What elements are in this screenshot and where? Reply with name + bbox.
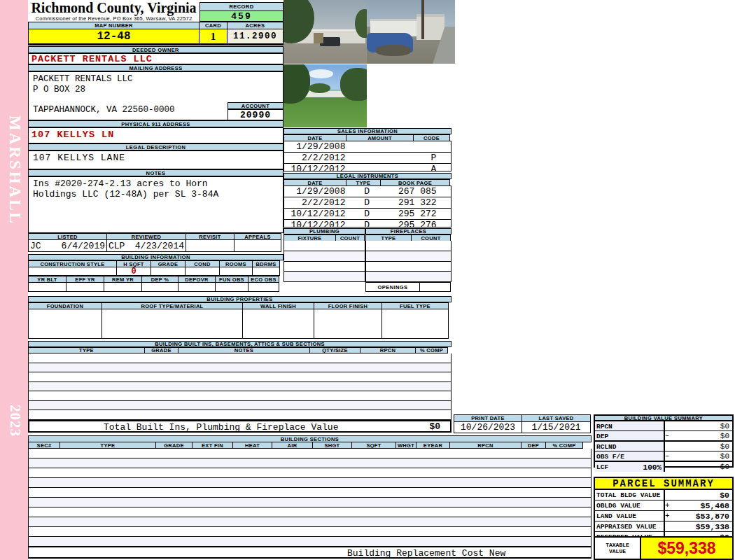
sidebar-agency-label: MARSHALL bbox=[6, 115, 24, 238]
sidebar-year-strip: MARSHALL 2023 bbox=[0, 0, 28, 560]
empty-row bbox=[29, 458, 591, 468]
print-saved-values: 10/26/2023 1/15/2021 bbox=[454, 421, 592, 433]
notes-block: Ins #2020-274-2.13 acres to Horn Holding… bbox=[28, 176, 284, 233]
bs-rpcn-header: RPCN bbox=[449, 442, 522, 449]
listed-by: JC bbox=[30, 241, 41, 251]
hsqft-value: 0 bbox=[116, 267, 151, 276]
yr-blt-value bbox=[28, 282, 66, 292]
table-row: 1/29/2008 bbox=[284, 141, 451, 153]
property-photo-side bbox=[367, 0, 455, 64]
bdrms-value bbox=[252, 267, 280, 276]
listed-date: 6/4/2019 bbox=[62, 241, 105, 251]
building-properties-header: BUILDING PROPERTIES bbox=[28, 296, 451, 302]
bs-shgt-header: SHGT bbox=[312, 442, 352, 449]
depovr-value bbox=[178, 282, 216, 292]
ps-label: TOTAL BLDG VALUE bbox=[595, 490, 665, 500]
ps-sign bbox=[665, 522, 674, 531]
taxable-value-amount: $59,338 bbox=[641, 538, 732, 559]
cond-value bbox=[185, 267, 220, 276]
instrument-type: D bbox=[349, 197, 384, 208]
built-ins-total-label: Total Built Ins, Plumbing & Fireplace Va… bbox=[104, 422, 338, 433]
legal-description-value: 107 KELLYS LANE bbox=[28, 150, 284, 169]
empty-row bbox=[366, 262, 451, 272]
sidebar-year-label: 2023 bbox=[6, 405, 24, 450]
bs-heat-header: HEAT bbox=[232, 442, 272, 449]
sale-date: 1/29/2008 bbox=[284, 141, 349, 152]
building-properties-values bbox=[28, 309, 451, 339]
photo2-utility-pole bbox=[421, 0, 424, 39]
vs-label: RPCN bbox=[595, 421, 665, 430]
print-date-value: 10/26/2023 bbox=[454, 421, 522, 433]
legal-instruments-header: LEGAL INSTRUMENTS bbox=[284, 173, 451, 179]
sale-code: P bbox=[416, 153, 451, 163]
table-row: 1/29/2008 D 267 085 bbox=[284, 186, 451, 197]
ps-value: $53,870 bbox=[674, 511, 732, 521]
table-row: APPRAISED VALUE $59,338 bbox=[595, 522, 732, 532]
building-value-summary-rows: RPCN $0 DEP – $0 RCLND $0 OBS F/E – $0 L… bbox=[594, 421, 734, 468]
ps-sign bbox=[665, 490, 674, 500]
bs-whgt-header: WHGT bbox=[396, 442, 416, 449]
ps-label: LAND VALUE bbox=[595, 511, 665, 521]
ps-value: $5,468 bbox=[674, 500, 732, 510]
vs-sign bbox=[665, 442, 675, 451]
rooms-value bbox=[219, 267, 253, 276]
ps-sign: + bbox=[665, 511, 674, 521]
vs-label: OBS F/E bbox=[595, 451, 665, 461]
building-value-summary-header: BUILDING VALUE SUMMARY bbox=[594, 414, 734, 421]
built-ins-col-headers: TYPE GRADE NOTES QTY/SIZE RPCN % COMP bbox=[28, 347, 451, 354]
building-sections-empty-rows bbox=[28, 449, 592, 547]
parcel-summary-rows: TOTAL BLDG VALUE $0 OBLDG VALUE + $5,468… bbox=[594, 490, 734, 538]
instrument-date: 1/29/2008 bbox=[284, 186, 349, 197]
ps-label: OBLDG VALUE bbox=[595, 500, 665, 510]
account-header: ACCOUNT bbox=[227, 102, 284, 109]
mailing-address-header: MAILING ADDRESS bbox=[28, 64, 284, 71]
built-ins-notes-header: NOTES bbox=[178, 347, 310, 354]
openings-label: OPENINGS bbox=[365, 282, 420, 292]
property-photo-front bbox=[284, 0, 367, 64]
empty-row bbox=[29, 468, 591, 478]
sec-header: SEC# bbox=[28, 442, 60, 449]
fireplaces-header: FIREPLACES bbox=[365, 228, 451, 234]
sale-code bbox=[416, 141, 451, 152]
sales-rows: 1/29/2008 2/2/2012 P 10/12/2012 A bbox=[284, 141, 451, 172]
floor-finish-value bbox=[314, 309, 382, 339]
property-record-card: MARSHALL 2023 Richmond County, Virginia … bbox=[0, 0, 735, 560]
sale-date: 2/2/2012 bbox=[284, 153, 349, 163]
empty-row bbox=[29, 478, 591, 488]
vs-value: $0 bbox=[675, 442, 732, 451]
reviewed-date: 4/23/2014 bbox=[135, 241, 184, 251]
bs-sqft-header: SQFT bbox=[351, 442, 396, 449]
built-ins-grade-header: GRADE bbox=[144, 347, 178, 354]
building-info-row1-values: 0 bbox=[28, 267, 284, 276]
county-title: Richmond County, Virginia bbox=[28, 1, 200, 15]
listed-value: JC 6/4/2019 bbox=[28, 239, 107, 252]
mailing-line-3: TAPPAHANNOCK, VA 22560-0000 bbox=[33, 105, 175, 115]
vs-value: $0 bbox=[675, 451, 732, 461]
bs-eyear-header: EYEAR bbox=[416, 442, 450, 449]
eco-obs-value bbox=[248, 282, 279, 292]
built-ins-type-header: TYPE bbox=[28, 347, 145, 354]
built-ins-qty-header: QTY/SIZE bbox=[309, 347, 360, 354]
bs-comp-header: % COMP bbox=[545, 442, 583, 449]
commissioner-line: Commissioner of the Revenue, PO Box 365,… bbox=[28, 15, 200, 22]
openings-row: OPENINGS bbox=[365, 282, 451, 292]
vs-label: LCF100% bbox=[595, 462, 665, 472]
instrument-date: 10/12/2012 bbox=[284, 209, 349, 219]
empty-row bbox=[29, 488, 591, 498]
bs-extfin-header: EXT FIN bbox=[192, 442, 233, 449]
instrument-type: D bbox=[349, 186, 384, 197]
fireplaces-empty-rows bbox=[365, 241, 451, 282]
bs-air-header: AIR bbox=[272, 442, 313, 449]
empty-row bbox=[284, 272, 365, 281]
fun-obs-value bbox=[215, 282, 248, 292]
taxable-value-label: TAXABLE VALUE bbox=[595, 538, 641, 559]
last-saved-value: 1/15/2021 bbox=[522, 421, 591, 433]
revisit-value bbox=[186, 239, 234, 252]
sale-amount bbox=[349, 153, 416, 163]
notes-line-2: Holdings LLC (12-48A) per SL 3-84A bbox=[33, 189, 218, 200]
vs-sign bbox=[665, 462, 675, 472]
dep-pct-value bbox=[141, 282, 178, 292]
vs-sign: – bbox=[665, 451, 675, 461]
empty-row bbox=[29, 354, 451, 363]
instrument-bookpage: 295 272 bbox=[384, 209, 451, 219]
